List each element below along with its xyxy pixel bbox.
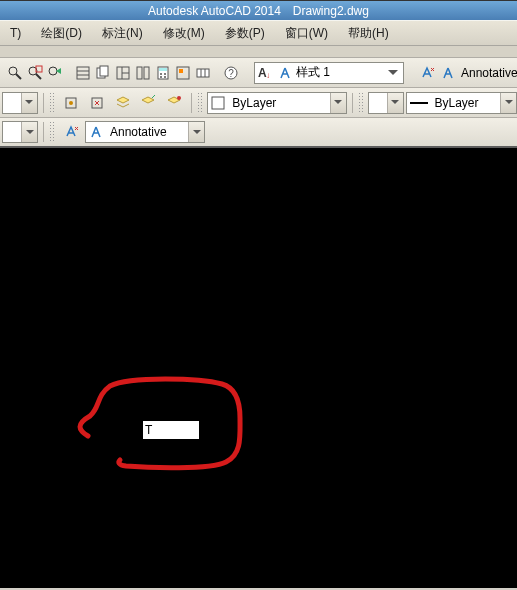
zoom-realtime-button[interactable] xyxy=(6,61,24,85)
title-bar: Autodesk AutoCAD 2014 Drawing2.dwg xyxy=(0,0,517,20)
menu-window[interactable]: 窗口(W) xyxy=(275,22,338,45)
svg-point-19 xyxy=(164,73,166,75)
toolbar-grip[interactable] xyxy=(49,92,55,114)
dropdown-icon[interactable] xyxy=(330,93,346,113)
annotative-dropdown[interactable]: Annotative xyxy=(85,121,205,143)
command-input[interactable] xyxy=(143,421,199,439)
linetype-dropdown[interactable]: ByLayer xyxy=(207,92,346,114)
annotation-scale-button[interactable] xyxy=(418,61,436,85)
svg-rect-10 xyxy=(100,66,108,76)
menu-format-partial[interactable]: T) xyxy=(0,23,31,43)
toolbar-row-3: Annotative xyxy=(0,118,517,148)
toolbar-row-2: ByLayer ByLayer xyxy=(0,88,517,118)
svg-point-5 xyxy=(49,67,57,75)
markup-button[interactable] xyxy=(174,61,192,85)
dropdown-icon[interactable] xyxy=(387,93,403,113)
menu-draw[interactable]: 绘图(D) xyxy=(31,22,92,45)
annotative-label: Annotative xyxy=(457,66,517,80)
separator xyxy=(352,93,353,113)
dropdown-icon[interactable] xyxy=(21,93,37,113)
text-style-prefix-icon: A↓ xyxy=(258,66,274,80)
toolbar-row-1: ? A↓ 样式 1 Annotative xyxy=(0,58,517,88)
separator xyxy=(191,93,192,113)
drawing-canvas[interactable] xyxy=(0,148,517,588)
dropdown-icon[interactable] xyxy=(386,67,400,79)
dropdown-icon[interactable] xyxy=(188,122,204,142)
menu-help[interactable]: 帮助(H) xyxy=(338,22,399,45)
quickcalc-button[interactable] xyxy=(194,61,212,85)
small-dropdown-2[interactable] xyxy=(368,92,404,114)
properties-button[interactable] xyxy=(74,61,92,85)
menu-modify[interactable]: 修改(M) xyxy=(153,22,215,45)
bylayer-swatch-icon xyxy=(208,96,228,110)
calculator-button[interactable] xyxy=(154,61,172,85)
layer-states-button[interactable] xyxy=(111,91,135,115)
svg-text:?: ? xyxy=(228,68,234,79)
layer-iso-button[interactable] xyxy=(137,91,161,115)
tool-palettes-button[interactable] xyxy=(114,61,132,85)
toolbar-grip[interactable] xyxy=(49,121,55,143)
document-name: Drawing2.dwg xyxy=(293,4,369,18)
lineweight-icon xyxy=(407,98,431,108)
dropdown-icon[interactable] xyxy=(500,93,516,113)
text-style-selector[interactable]: A↓ 样式 1 xyxy=(254,62,404,84)
annotative-icon xyxy=(441,66,455,80)
svg-rect-14 xyxy=(137,67,142,79)
dropdown-icon[interactable] xyxy=(21,122,37,142)
annotative-a-icon xyxy=(278,66,292,80)
svg-point-32 xyxy=(69,101,73,105)
svg-rect-23 xyxy=(179,69,183,73)
lineweight-dropdown[interactable]: ByLayer xyxy=(406,92,518,114)
layout-button[interactable] xyxy=(134,61,152,85)
small-dropdown-1[interactable] xyxy=(2,92,38,114)
svg-rect-6 xyxy=(77,67,89,79)
toolbar-gap xyxy=(0,46,517,58)
svg-rect-36 xyxy=(212,97,224,109)
lineweight-value: ByLayer xyxy=(431,96,501,110)
text-style-value: 样式 1 xyxy=(296,64,382,81)
separator xyxy=(43,122,44,142)
svg-text:↓: ↓ xyxy=(266,71,270,80)
annotative-value: Annotative xyxy=(106,125,188,139)
svg-rect-17 xyxy=(159,68,167,71)
layer-uniso-button[interactable] xyxy=(162,91,186,115)
menu-bar: T) 绘图(D) 标注(N) 修改(M) 参数(P) 窗口(W) 帮助(H) xyxy=(0,20,517,46)
annotation-config-button[interactable] xyxy=(59,120,83,144)
svg-rect-15 xyxy=(144,67,149,79)
toolbar-grip[interactable] xyxy=(197,92,203,114)
linetype-value: ByLayer xyxy=(228,96,329,110)
zoom-previous-button[interactable] xyxy=(46,61,64,85)
annotative-icon xyxy=(86,125,106,139)
svg-point-18 xyxy=(160,73,162,75)
make-block-button[interactable] xyxy=(59,91,83,115)
sheetset-button[interactable] xyxy=(94,61,112,85)
app-title: Autodesk AutoCAD 2014 xyxy=(148,4,281,18)
separator xyxy=(43,93,44,113)
svg-line-3 xyxy=(36,74,41,79)
svg-point-20 xyxy=(160,76,162,78)
zoom-window-button[interactable] xyxy=(26,61,44,85)
svg-point-21 xyxy=(164,76,166,78)
small-dropdown-3[interactable] xyxy=(2,121,38,143)
annotation-scale-box[interactable]: Annotative xyxy=(438,62,517,84)
help-button[interactable]: ? xyxy=(222,61,240,85)
menu-parametric[interactable]: 参数(P) xyxy=(215,22,275,45)
toolbar-grip[interactable] xyxy=(358,92,364,114)
svg-line-34 xyxy=(152,95,155,98)
svg-rect-24 xyxy=(197,69,209,77)
svg-point-35 xyxy=(177,96,181,100)
menu-dimension[interactable]: 标注(N) xyxy=(92,22,153,45)
refedit-button[interactable] xyxy=(85,91,109,115)
svg-line-1 xyxy=(16,74,21,79)
svg-point-0 xyxy=(9,67,17,75)
